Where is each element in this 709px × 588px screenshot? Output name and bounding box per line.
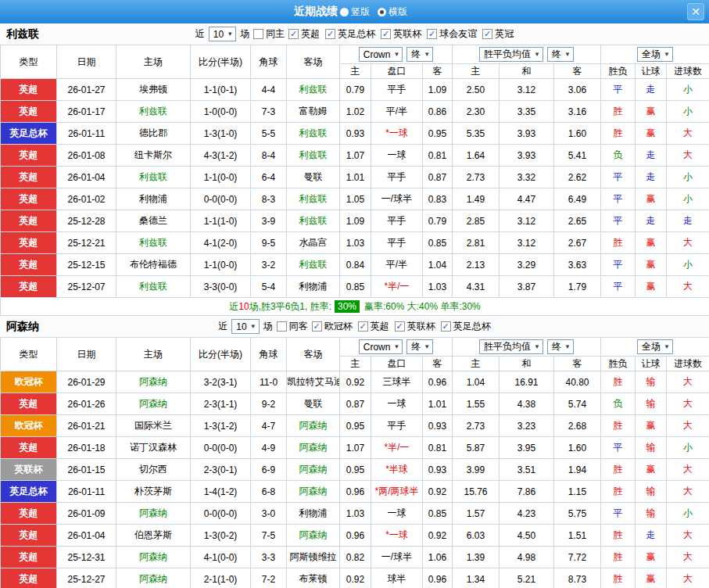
stats-summary-row: 近10场,胜3平6负1, 胜率:30%赢率:60% 大:40% 单率:30% bbox=[1, 298, 709, 316]
scope-select[interactable]: 全场▼ bbox=[637, 47, 673, 62]
league-type-badge: 英超 bbox=[1, 503, 57, 525]
avg-odds-lose: 2.67 bbox=[554, 232, 601, 254]
horizontal-layout-radio[interactable] bbox=[378, 8, 386, 16]
avg-final-select[interactable]: 终▼ bbox=[547, 47, 574, 62]
same-venue-filter[interactable]: 同主 bbox=[253, 27, 285, 41]
score-halftime: 1-3(0-2) bbox=[191, 525, 251, 547]
score-halftime: 4-1(0-0) bbox=[191, 547, 251, 568]
handicap-final-select[interactable]: 终▼ bbox=[406, 339, 433, 354]
league-type-badge: 英超 bbox=[1, 232, 57, 254]
checkbox-checked-icon[interactable]: ✓ bbox=[441, 321, 451, 332]
col-score: 比分(半场) bbox=[191, 338, 251, 371]
league-type-badge: 欧冠杯 bbox=[1, 371, 57, 393]
avg-odds-lose: 1.60 bbox=[554, 437, 601, 459]
checkbox-checked-icon[interactable]: ✓ bbox=[325, 29, 335, 39]
league-filter-label: 英超 bbox=[301, 27, 320, 41]
home-team: 德比郡 bbox=[116, 123, 191, 145]
score-halftime: 1-3(1-2) bbox=[191, 415, 251, 437]
odds-source-select[interactable]: Crown▼ bbox=[359, 339, 403, 354]
avg-odds-lose: 3.63 bbox=[554, 254, 601, 276]
league-filter[interactable]: ✓英足总杯 bbox=[441, 320, 491, 333]
league-filter-label: 英足总杯 bbox=[453, 320, 491, 333]
avg-odds-draw: 4.50 bbox=[500, 525, 554, 547]
match-row: 英超25-12-15布伦特福德1-1(0-0)3-2利兹联0.84平/半1.04… bbox=[1, 254, 709, 276]
match-count-select[interactable]: 10▼ bbox=[231, 319, 259, 334]
result-goals: 小 bbox=[667, 188, 709, 210]
result-goals: 大 bbox=[667, 232, 709, 254]
league-filter[interactable]: ✓英联杯 bbox=[381, 27, 421, 41]
checkbox-unchecked-icon[interactable] bbox=[277, 321, 287, 332]
handicap-odds-home: 1.07 bbox=[340, 145, 371, 167]
result-wdl: 胜 bbox=[601, 525, 636, 547]
chevron-down-icon: ▼ bbox=[424, 51, 430, 58]
checkbox-checked-icon[interactable]: ✓ bbox=[312, 321, 322, 332]
away-team: 阿森纳 bbox=[287, 525, 340, 547]
same-venue-filter[interactable]: 同客 bbox=[277, 320, 308, 333]
league-type-badge: 英超 bbox=[1, 393, 57, 415]
handicap-odds-home: 0.95 bbox=[340, 415, 371, 437]
avg-odds-win: 5.35 bbox=[453, 123, 500, 145]
match-date: 26-01-04 bbox=[57, 525, 116, 547]
checkbox-checked-icon[interactable]: ✓ bbox=[427, 29, 437, 39]
league-filter[interactable]: ✓英超 bbox=[288, 27, 320, 41]
checkbox-checked-icon[interactable]: ✓ bbox=[288, 29, 299, 39]
result-wdl: 胜 bbox=[601, 481, 636, 503]
close-button[interactable]: ✕ bbox=[687, 3, 704, 20]
col-home: 主场 bbox=[116, 338, 191, 371]
handicap-line: 三球半 bbox=[371, 371, 423, 393]
checkbox-checked-icon[interactable]: ✓ bbox=[358, 321, 368, 332]
home-team: 利兹联 bbox=[116, 276, 191, 298]
avg-odds-lose: 7.72 bbox=[554, 547, 601, 568]
handicap-line: 平/半 bbox=[371, 254, 423, 276]
handicap-line: *一球 bbox=[371, 525, 423, 547]
league-filter[interactable]: ✓英超 bbox=[358, 320, 389, 333]
odds-source-select[interactable]: Crown▼ bbox=[359, 47, 403, 62]
result-handicap: 赢 bbox=[636, 254, 667, 276]
col-handicap-home: 主 bbox=[340, 64, 371, 79]
avg-odds-select[interactable]: 胜平负均值▼ bbox=[479, 339, 543, 354]
league-filter[interactable]: ✓欧冠杯 bbox=[312, 320, 353, 333]
horizontal-layout-label[interactable]: 横版 bbox=[389, 5, 407, 19]
checkbox-checked-icon[interactable]: ✓ bbox=[482, 29, 492, 39]
handicap-group-header: Crown▼ 终▼ bbox=[340, 338, 453, 357]
corner-kicks: 4-4 bbox=[251, 79, 287, 101]
match-row: 英足总杯26-01-11德比郡1-3(1-0)5-5利兹联0.93*一球0.95… bbox=[1, 123, 709, 145]
league-filters: ✓欧冠杯✓英超✓英联杯✓英足总杯 bbox=[312, 320, 491, 333]
col-home: 主场 bbox=[116, 45, 191, 79]
handicap-final-select[interactable]: 终▼ bbox=[406, 47, 433, 62]
checkbox-unchecked-icon[interactable] bbox=[253, 29, 263, 39]
checkbox-checked-icon[interactable]: ✓ bbox=[381, 29, 391, 39]
away-team: 利兹联 bbox=[287, 79, 340, 101]
match-row: 英超26-01-04伯恩茅斯1-3(0-2)7-5阿森纳0.96*一球0.926… bbox=[1, 525, 709, 547]
vertical-layout-radio[interactable] bbox=[340, 8, 349, 16]
handicap-line: 一/球半 bbox=[371, 547, 423, 568]
avg-odds-draw: 3.29 bbox=[500, 254, 554, 276]
result-wdl: 胜 bbox=[601, 568, 636, 588]
league-filter[interactable]: ✓英冠 bbox=[482, 27, 514, 41]
scope-select[interactable]: 全场▼ bbox=[637, 339, 673, 354]
match-date: 25-12-28 bbox=[57, 210, 116, 232]
avg-odds-win: 2.13 bbox=[453, 254, 500, 276]
avg-odds-select[interactable]: 胜平负均值▼ bbox=[479, 47, 543, 62]
avg-odds-win: 2.73 bbox=[453, 167, 500, 188]
match-count-select[interactable]: 10▼ bbox=[209, 27, 236, 41]
result-wdl: 平 bbox=[601, 503, 636, 525]
col-handicap-away: 客 bbox=[423, 64, 453, 79]
avg-odds-draw: 3.12 bbox=[500, 210, 554, 232]
home-team: 利兹联 bbox=[116, 232, 191, 254]
matches-table: 类型 日期 主场 比分(半场) 角球 客场 Crown▼ 终▼ 胜平负均 bbox=[0, 337, 709, 588]
league-filter[interactable]: ✓球会友谊 bbox=[427, 27, 477, 41]
checkbox-checked-icon[interactable]: ✓ bbox=[395, 321, 405, 332]
avg-final-select[interactable]: 终▼ bbox=[547, 339, 574, 354]
home-team: 阿森纳 bbox=[116, 547, 191, 568]
match-date: 26-01-17 bbox=[57, 101, 116, 123]
league-filter[interactable]: ✓英联杯 bbox=[395, 320, 435, 333]
result-goals: 大 bbox=[667, 459, 709, 481]
home-team: 纽卡斯尔 bbox=[116, 145, 191, 167]
match-row: 英超26-01-02利物浦0-0(0-0)8-3利兹联1.05一/球半0.831… bbox=[1, 188, 709, 210]
vertical-layout-label[interactable]: 竖版 bbox=[351, 5, 370, 19]
result-wdl: 平 bbox=[601, 79, 636, 101]
titlebar: 近期战绩 竖版 横版 ✕ bbox=[0, 0, 709, 23]
league-filter[interactable]: ✓英足总杯 bbox=[325, 27, 375, 41]
col-away: 客场 bbox=[287, 338, 340, 371]
